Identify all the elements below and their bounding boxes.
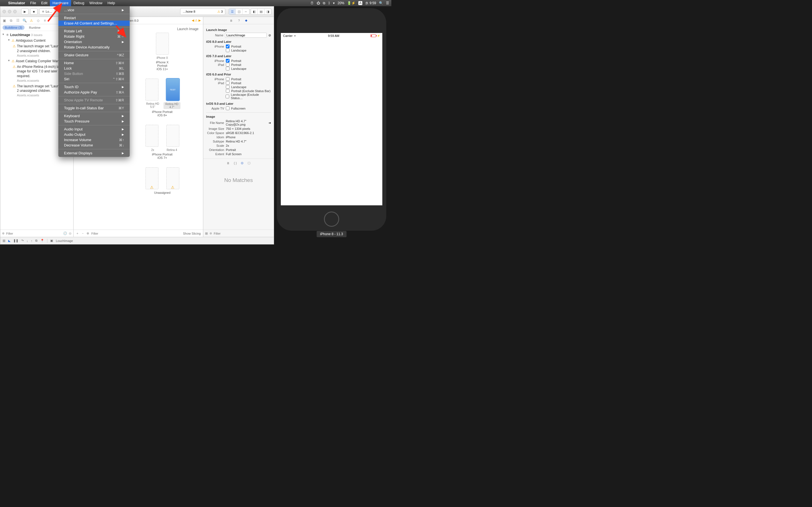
chk-iphone-portrait[interactable]	[226, 45, 230, 48]
menu-item-external-displays[interactable]: External Displays▶	[58, 151, 130, 156]
show-slicing-button[interactable]: Show Slicing	[183, 232, 201, 235]
name-field[interactable]	[225, 33, 267, 38]
debug-hide-icon[interactable]: ▥	[3, 239, 5, 242]
menu-item-siri[interactable]: Siri⌃⇧⌘H	[58, 76, 130, 82]
debug-step-out-icon[interactable]: ↑	[31, 239, 33, 242]
menu-debug[interactable]: Debug	[71, 0, 87, 6]
chk-iphone-landscape[interactable]	[226, 48, 230, 52]
nav-tab-find-icon[interactable]: 🔍	[22, 18, 28, 23]
simulator-home-button[interactable]	[324, 212, 339, 227]
menu-item-vol-up[interactable]: Increase Volume⌘↑	[58, 137, 130, 143]
menu-item-touch-pressure[interactable]: Touch Pressure▶	[58, 119, 130, 124]
filter-icon[interactable]: ⊕	[2, 231, 4, 235]
menu-edit[interactable]: Edit	[39, 0, 50, 6]
menu-item-touchid[interactable]: Touch ID▶	[58, 84, 130, 90]
run-button[interactable]: ▶	[21, 8, 29, 15]
menu-item-rotate-auto[interactable]: Rotate Device Automatically	[58, 45, 130, 50]
menu-file[interactable]: File	[28, 0, 39, 6]
lib-tab-media-icon[interactable]: ▢	[248, 161, 250, 165]
menu-item-keyboard[interactable]: Keyboard▶	[58, 113, 130, 119]
menu-item-audio-input[interactable]: Audio Input▶	[58, 126, 130, 132]
image-well[interactable]	[166, 125, 179, 147]
scope-buildtime[interactable]: Buildtime (3)	[3, 25, 24, 30]
asset-filter-input[interactable]	[91, 232, 130, 235]
debug-step-in-icon[interactable]: ↓	[27, 239, 28, 242]
menu-item-orientation[interactable]: Orientation▶	[58, 39, 130, 45]
remove-asset-button[interactable]: －	[81, 231, 84, 235]
debug-step-over-icon[interactable]: ↷	[21, 239, 24, 242]
panel-visibility-segment[interactable]: ◧▤◨	[251, 8, 271, 15]
lib-tab-file-icon[interactable]: 🗎	[227, 161, 230, 165]
status-clipboard-icon[interactable]: 🗒	[310, 1, 314, 5]
nav-tab-symbol-icon[interactable]: ☷	[15, 18, 20, 23]
image-well-unassigned[interactable]	[146, 167, 158, 189]
status-notification-icon[interactable]: ☰	[386, 1, 389, 5]
chk-iphone6-portrait[interactable]	[226, 77, 230, 81]
lib-tab-code-icon[interactable]: { }	[234, 161, 237, 165]
inspector-tab-attributes-icon[interactable]: ◆	[245, 18, 247, 22]
chk-ipad7-landscape[interactable]	[226, 67, 230, 70]
nav-tab-debug-icon[interactable]: ≡	[42, 18, 48, 23]
inspector-tab-help-icon[interactable]: ?	[238, 19, 240, 22]
image-well[interactable]	[146, 78, 158, 101]
filter-icon[interactable]: ⊕	[209, 231, 212, 235]
filter-icon[interactable]: ⊕	[87, 231, 89, 235]
menu-item-apple-pay[interactable]: Authorize Apple Pay⇧⌘A	[58, 90, 130, 95]
status-sync-icon[interactable]: ⏻	[317, 1, 320, 5]
menu-help[interactable]: Help	[105, 0, 117, 6]
menu-item-restart[interactable]: Restart	[58, 15, 130, 20]
debug-view-icon[interactable]: ⧉	[35, 239, 38, 242]
chk-landscape-exclude[interactable]	[225, 95, 229, 98]
filter-clock-icon[interactable]: 🕘	[63, 231, 67, 235]
menu-item-lock[interactable]: Lock⌘L	[58, 66, 130, 71]
menu-item-incall[interactable]: Toggle In-call Status Bar⌘Y	[58, 105, 130, 111]
menu-window[interactable]: Window	[87, 0, 105, 6]
add-asset-button[interactable]: ＋	[76, 231, 79, 235]
status-battery-icon[interactable]: 🔋⚡	[347, 1, 356, 5]
status-spotlight-icon[interactable]: 🔍	[379, 1, 383, 5]
debug-breakpoint-icon[interactable]: ◣	[8, 239, 10, 242]
menu-item-audio-output[interactable]: Audio Output▶	[58, 132, 130, 137]
clear-icon[interactable]: ⊘	[268, 34, 271, 37]
chk-ipad6-landscape[interactable]	[226, 85, 230, 89]
inspector-tab-file-icon[interactable]: 🗎	[230, 19, 233, 22]
menu-item-device[interactable]: …vice▶	[58, 7, 130, 13]
editor-mode-segment[interactable]: ☰◫↔	[229, 8, 250, 15]
status-wifi-icon[interactable]: ▾	[333, 1, 335, 5]
window-traffic-lights[interactable]	[3, 10, 17, 13]
chk-ipad6-portrait[interactable]	[226, 81, 230, 85]
nav-tab-issue-icon[interactable]: ⚠	[29, 18, 34, 23]
menu-hardware[interactable]: Hardware	[50, 0, 71, 6]
menu-item-vol-down[interactable]: Decrease Volume⌘↓	[58, 143, 130, 148]
image-well[interactable]	[156, 33, 169, 55]
debug-pause-icon[interactable]: ❚❚	[13, 239, 18, 242]
image-well[interactable]	[146, 125, 158, 147]
menu-item-shake[interactable]: Shake Gesture^⌘Z	[58, 52, 130, 58]
jump-prev-issue-icon[interactable]: ◀ ⚠ ▶	[192, 18, 201, 22]
lib-view-icon[interactable]: ▦	[205, 231, 208, 235]
menu-item-rotate-left[interactable]: Rotate Left⌘←	[58, 29, 130, 34]
chk-portrait-exclude[interactable]	[226, 89, 230, 93]
chk-ipad7-portrait[interactable]	[226, 63, 230, 66]
nav-tab-project-icon[interactable]: ▣	[1, 18, 7, 23]
menu-item-home[interactable]: Home⇧⌘H	[58, 60, 130, 66]
reveal-icon[interactable]: ➜	[268, 121, 271, 125]
app-menu[interactable]: Simulator	[6, 0, 28, 6]
chk-iphone7-portrait[interactable]	[226, 59, 230, 62]
status-input-source[interactable]: A	[358, 1, 362, 5]
filter-scope-icon[interactable]: ◎	[69, 231, 71, 235]
status-clock[interactable]: 水 9:59	[365, 1, 376, 6]
chk-atv-full[interactable]	[226, 107, 230, 110]
inspector-tab-bar[interactable]: 🗎 ? ◆	[203, 17, 274, 24]
scope-runtime[interactable]: Runtime	[27, 25, 43, 30]
image-well-selected[interactable]	[166, 78, 179, 101]
simulator-screen[interactable]: Carrier ᯤ 9:59 AM ⚡	[281, 33, 382, 205]
nav-tab-source-icon[interactable]: ⧉	[8, 18, 14, 23]
status-bluetooth-icon[interactable]: ᛒ	[328, 1, 330, 5]
debug-loc-icon[interactable]: 📍	[40, 239, 44, 242]
debug-target-icon[interactable]: ▣	[50, 239, 53, 242]
nav-tab-test-icon[interactable]: ◇	[35, 18, 41, 23]
navigator-filter-input[interactable]	[6, 232, 61, 235]
library-filter-input[interactable]	[214, 232, 272, 235]
status-dropbox-icon[interactable]: ⧉	[323, 1, 325, 5]
